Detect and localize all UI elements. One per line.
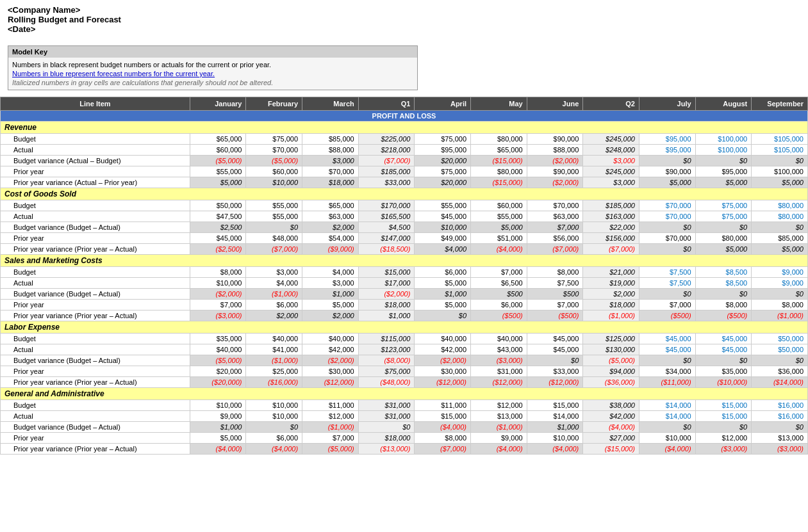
cell-value: ($7,000) [415, 444, 471, 455]
cell-value: $30,000 [302, 366, 359, 377]
cell-value: $6,000 [246, 433, 302, 444]
cell-value: $75,000 [695, 211, 752, 222]
cell-value: $45,000 [695, 334, 752, 344]
cell-value: $80,000 [752, 200, 808, 211]
cell-value: $14,000 [527, 411, 583, 422]
cell-value: $18,000 [302, 177, 359, 188]
col-header-q2: Q2 [583, 97, 639, 111]
cell-value: $3,000 [583, 156, 639, 166]
cell-value: $20,000 [190, 366, 246, 377]
cell-value: $63,000 [302, 211, 359, 222]
cell-value: ($15,000) [471, 177, 527, 188]
cell-value: ($2,000) [527, 177, 583, 188]
cell-value: $18,000 [583, 300, 639, 310]
row-label: Budget variance (Budget – Actual) [1, 422, 190, 433]
cell-value: $245,000 [583, 166, 639, 177]
cell-value: ($500) [527, 310, 583, 321]
cell-value: $156,000 [583, 233, 639, 244]
col-header-q1: Q1 [358, 97, 415, 111]
table-row: Budget variance (Budget – Actual)$2,500$… [1, 222, 808, 233]
cell-value: $15,000 [527, 400, 583, 411]
row-label: Budget [1, 200, 190, 211]
cell-value: $0 [639, 244, 695, 255]
cell-value: ($500) [695, 310, 752, 321]
cell-value: $6,000 [415, 267, 471, 278]
cell-value: $42,000 [302, 344, 359, 355]
cell-value: ($5,000) [190, 355, 246, 366]
cell-value: $0 [639, 156, 695, 166]
table-row: Budget$50,000$55,000$65,000$170,000$55,0… [1, 200, 808, 211]
cell-value: $6,000 [246, 300, 302, 310]
cell-value: $50,000 [190, 200, 246, 211]
cell-value: $45,000 [415, 211, 471, 222]
cell-value: $18,000 [358, 300, 415, 310]
cell-value: $21,000 [583, 267, 639, 278]
section-header-row: Sales and Marketing Costs [1, 255, 808, 267]
cell-value: $45,000 [695, 344, 752, 355]
cell-value: $2,000 [302, 222, 359, 233]
col-header-jan: January [190, 97, 246, 111]
report-title: Rolling Budget and Forecast [8, 15, 800, 24]
cell-value: $70,000 [639, 200, 695, 211]
cell-value: $55,000 [246, 200, 302, 211]
table-row: Budget$10,000$10,000$11,000$31,000$11,00… [1, 400, 808, 411]
cell-value: $80,000 [695, 233, 752, 244]
model-key-line2: Numbers in blue represent forecast numbe… [12, 69, 413, 78]
row-label: Prior year [1, 433, 190, 444]
cell-value: $0 [695, 355, 752, 366]
cell-value: $80,000 [471, 166, 527, 177]
cell-value: $95,000 [415, 145, 471, 156]
cell-value: $185,000 [358, 166, 415, 177]
cell-value: $123,000 [358, 344, 415, 355]
cell-value: $0 [752, 355, 808, 366]
cell-value: $36,000 [752, 366, 808, 377]
cell-value: ($1,000) [471, 422, 527, 433]
cell-value: $95,000 [639, 145, 695, 156]
cell-value: $0 [246, 422, 302, 433]
cell-value: $10,000 [527, 433, 583, 444]
cell-value: ($2,000) [190, 289, 246, 300]
cell-value: $0 [752, 289, 808, 300]
cell-value: $5,000 [695, 177, 752, 188]
cell-value: $10,000 [415, 222, 471, 233]
cell-value: $50,000 [752, 344, 808, 355]
cell-value: ($36,000) [583, 377, 639, 388]
cell-value: ($5,000) [190, 156, 246, 166]
cell-value: $95,000 [695, 166, 752, 177]
cell-value: ($10,000) [695, 377, 752, 388]
cell-value: $35,000 [695, 366, 752, 377]
cell-value: $115,000 [358, 334, 415, 344]
cell-value: $94,000 [583, 366, 639, 377]
table-row: Budget$8,000$3,000$4,000$15,000$6,000$7,… [1, 267, 808, 278]
cell-value: ($2,500) [190, 244, 246, 255]
section-label: Cost of Goods Sold [1, 188, 808, 200]
cell-value: $80,000 [752, 211, 808, 222]
cell-value: $9,000 [752, 267, 808, 278]
col-header-mar: March [302, 97, 359, 111]
cell-value: $40,000 [415, 334, 471, 344]
cell-value: $9,000 [471, 433, 527, 444]
row-label: Prior year [1, 166, 190, 177]
cell-value: $10,000 [246, 177, 302, 188]
cell-value: ($3,000) [190, 310, 246, 321]
section-label: Labor Expense [1, 321, 808, 334]
cell-value: $5,000 [190, 433, 246, 444]
cell-value: $7,000 [190, 300, 246, 310]
cell-value: $8,000 [415, 433, 471, 444]
cell-value: $41,000 [246, 344, 302, 355]
table-row: Budget$65,000$75,000$85,000$225,000$75,0… [1, 134, 808, 145]
cell-value: $45,000 [527, 344, 583, 355]
row-label: Actual [1, 278, 190, 289]
table-row: Budget variance (Budget – Actual)($5,000… [1, 355, 808, 366]
cell-value: $0 [695, 289, 752, 300]
cell-value: $5,000 [190, 177, 246, 188]
cell-value: ($15,000) [471, 156, 527, 166]
cell-value: $40,000 [246, 334, 302, 344]
table-row: Actual$47,500$55,000$63,000$165,500$45,0… [1, 211, 808, 222]
row-label: Prior year [1, 233, 190, 244]
cell-value: ($13,000) [358, 444, 415, 455]
cell-value: $218,000 [358, 145, 415, 156]
cell-value: $500 [527, 289, 583, 300]
row-label: Prior year variance (Prior year – Actual… [1, 377, 190, 388]
cell-value: $130,000 [583, 344, 639, 355]
